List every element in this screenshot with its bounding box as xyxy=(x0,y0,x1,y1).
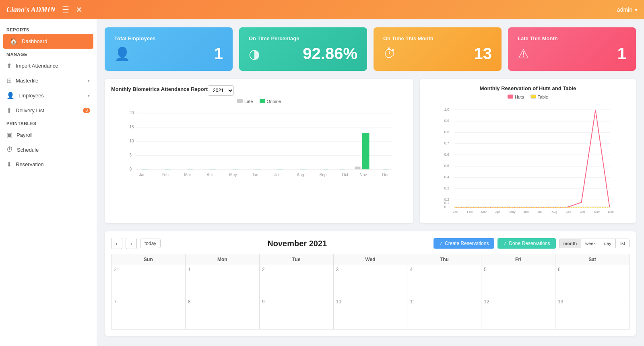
settings-icon[interactable]: ✕ xyxy=(76,5,83,14)
cal-cell-nov7[interactable]: 7 xyxy=(111,297,186,330)
sidebar-label-import: Import Attendance xyxy=(16,63,58,69)
svg-text:0: 0 xyxy=(444,205,446,209)
svg-text:Mar: Mar xyxy=(481,210,487,214)
biometrics-bar-chart: 20 15 10 5 0 xyxy=(111,107,407,189)
sidebar-item-schedule[interactable]: ⏱ Schedule xyxy=(0,142,97,157)
stat-late-month-body: ⚠ 1 xyxy=(518,45,626,63)
cal-view-list-btn[interactable]: list xyxy=(616,239,629,248)
reservation-legend: Huts Table xyxy=(426,95,630,99)
calendar-month-title: November 2021 xyxy=(164,239,430,248)
svg-rect-17 xyxy=(300,169,306,169)
day-num-9: 9 xyxy=(262,299,265,305)
svg-text:Jan: Jan xyxy=(453,210,458,214)
svg-text:Aug: Aug xyxy=(552,210,557,214)
stat-late-month-value: 1 xyxy=(617,45,626,63)
cal-cell-nov5[interactable]: 5 xyxy=(481,265,555,297)
calendar-grid: Sun Mon Tue Wed Thu Fri Sat 31 1 2 3 xyxy=(111,254,630,330)
svg-text:Apr: Apr xyxy=(207,173,213,177)
svg-rect-10 xyxy=(142,169,148,169)
reservation-chart-card: Monthly Reservation of Huts and Table Hu… xyxy=(420,79,636,223)
sidebar-item-reservation[interactable]: ⬇ Reservation xyxy=(0,157,97,172)
stat-total-employees-body: 👤 1 xyxy=(114,45,223,63)
cal-view-week-btn[interactable]: week xyxy=(581,239,600,248)
svg-text:0.3: 0.3 xyxy=(444,186,450,190)
svg-rect-19 xyxy=(340,169,345,169)
day-num-7: 7 xyxy=(114,299,117,305)
svg-text:Mar: Mar xyxy=(184,173,192,177)
biometrics-chart-title: Monthly Biometrics Attendance Report xyxy=(111,86,208,92)
svg-text:0.1: 0.1 xyxy=(444,201,450,205)
sidebar-item-payroll[interactable]: ▣ Payroll xyxy=(0,128,97,142)
cal-view-month-btn[interactable]: month xyxy=(559,239,582,248)
sidebar: REPORTS 🏠 Dashboard Manage ⬆ Import Atte… xyxy=(0,19,97,346)
year-select[interactable]: 2021 2020 2019 xyxy=(208,85,234,96)
cal-cell-nov2[interactable]: 2 xyxy=(259,265,333,297)
create-reservations-btn[interactable]: ✓ Create Reservations xyxy=(433,238,494,249)
sidebar-item-masterfile[interactable]: ⊞ Masterfile ▸ xyxy=(0,73,97,88)
cal-cell-nov9[interactable]: 9 xyxy=(259,297,333,330)
svg-text:0.8: 0.8 xyxy=(444,130,450,134)
done-reservations-btn[interactable]: ✓ Done Reservations xyxy=(497,238,555,249)
svg-text:Jun: Jun xyxy=(524,210,529,214)
sidebar-label-dashboard: Dashboard xyxy=(22,38,47,44)
cal-cell-oct31[interactable]: 31 xyxy=(111,265,186,297)
stat-on-time-pct-body: ◑ 92.86% xyxy=(249,45,357,63)
sidebar-item-import-attendance[interactable]: ⬆ Import Attendance xyxy=(0,58,97,73)
huts-line xyxy=(455,110,610,207)
sidebar-label-schedule: Schedule xyxy=(17,147,39,153)
col-sun: Sun xyxy=(111,254,186,265)
svg-text:Jan: Jan xyxy=(139,173,146,177)
cal-cell-nov1[interactable]: 1 xyxy=(185,265,259,297)
cal-cell-nov4[interactable]: 4 xyxy=(407,265,481,297)
svg-text:Nov: Nov xyxy=(594,210,600,214)
user-menu[interactable]: admin ▾ xyxy=(617,6,638,13)
cal-cell-nov8[interactable]: 8 xyxy=(185,297,259,330)
sidebar-item-employees[interactable]: 👤 Lmployees ▸ xyxy=(0,88,97,103)
sidebar-label-payroll: Payroll xyxy=(17,132,33,138)
user-dropdown-icon: ▾ xyxy=(635,6,638,13)
cal-cell-nov11[interactable]: 11 xyxy=(407,297,481,330)
calendar-week-1: 31 1 2 3 4 5 6 xyxy=(111,265,630,297)
svg-rect-18 xyxy=(323,169,328,169)
legend-late: Late xyxy=(237,99,253,104)
person-icon: 👤 xyxy=(6,92,14,99)
brand-logo: Ciano's ADMIN xyxy=(6,6,56,14)
sidebar-item-delivery-list[interactable]: ⬆ Delivery List 0 xyxy=(0,103,97,118)
svg-rect-11 xyxy=(165,169,171,169)
stat-on-time-month-body: ⏱ 13 xyxy=(383,45,492,63)
svg-rect-13 xyxy=(210,169,216,169)
stat-card-on-time-month: On Time This Month ⏱ 13 xyxy=(374,27,502,71)
svg-text:Jul: Jul xyxy=(275,173,280,177)
svg-text:0: 0 xyxy=(130,167,132,171)
payroll-icon: ▣ xyxy=(6,131,12,139)
svg-text:Dec: Dec xyxy=(382,173,390,177)
col-mon: Mon xyxy=(185,254,259,265)
calendar-section: ‹ › today November 2021 ✓ Create Reserva… xyxy=(105,231,636,336)
calendar-next-btn[interactable]: › xyxy=(126,238,137,249)
cal-cell-nov10[interactable]: 10 xyxy=(333,297,407,330)
svg-text:Oct: Oct xyxy=(580,210,585,214)
legend-huts: Huts xyxy=(508,95,524,99)
calendar-prev-btn[interactable]: ‹ xyxy=(111,238,122,249)
cal-view-day-btn[interactable]: day xyxy=(600,239,616,248)
sidebar-item-dashboard[interactable]: 🏠 Dashboard xyxy=(3,34,93,49)
stat-late-month-title: Late This Month xyxy=(518,35,626,41)
calendar-today-btn[interactable]: today xyxy=(140,239,161,248)
delivery-icon: ⬆ xyxy=(6,107,12,114)
svg-rect-12 xyxy=(188,169,193,169)
svg-text:Sep: Sep xyxy=(566,210,572,214)
svg-text:0.7: 0.7 xyxy=(444,141,450,145)
cal-cell-nov3[interactable]: 3 xyxy=(333,265,407,297)
cal-cell-nov6[interactable]: 6 xyxy=(555,265,630,297)
svg-text:Feb: Feb xyxy=(162,173,169,177)
manage-section-title: Manage xyxy=(0,49,97,58)
employees-stat-icon: 👤 xyxy=(114,46,130,62)
charts-row: Monthly Biometrics Attendance Report 202… xyxy=(105,79,636,223)
col-wed: Wed xyxy=(333,254,407,265)
svg-text:0.5: 0.5 xyxy=(444,164,450,168)
hamburger-icon[interactable]: ☰ xyxy=(62,5,69,14)
cal-cell-nov12[interactable]: 12 xyxy=(481,297,555,330)
cal-cell-nov13[interactable]: 13 xyxy=(555,297,630,330)
printables-section-title: Printables xyxy=(0,118,97,128)
svg-text:Apr: Apr xyxy=(495,210,501,214)
